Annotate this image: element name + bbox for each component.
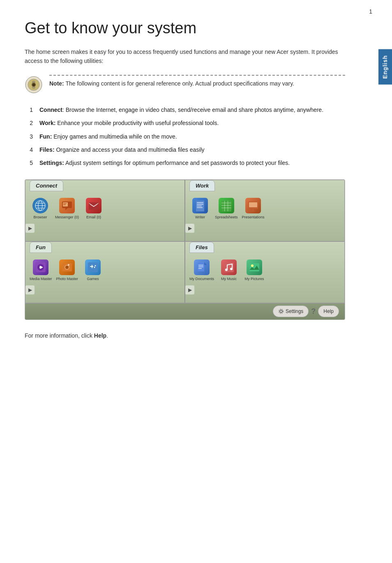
my-pictures-label: My Pictures — [245, 276, 264, 282]
my-music-icon-item[interactable]: My Music — [218, 259, 240, 282]
fun-arrow[interactable]: ▶ — [25, 285, 184, 303]
svg-marker-43 — [204, 262, 207, 265]
settings-button[interactable]: Settings — [273, 306, 309, 317]
note-bold: Note: — [49, 80, 64, 87]
list-item: 5 Settings: Adjust system settings for o… — [25, 158, 345, 167]
note-text: Note: The following content is for gener… — [49, 75, 345, 88]
list-number: 3 — [25, 132, 33, 141]
svg-rect-46 — [198, 268, 202, 269]
svg-rect-21 — [221, 205, 231, 206]
settings-gear-icon — [278, 308, 284, 314]
svg-point-52 — [280, 310, 282, 313]
svg-rect-37 — [88, 262, 98, 272]
svg-rect-11 — [63, 203, 67, 204]
list-content: Settings: Adjust system settings for opt… — [39, 158, 290, 167]
list-number: 4 — [25, 145, 33, 154]
homescreen-mockup: Connect Browser Messenger (0) — [25, 179, 345, 320]
page-number: 1 — [369, 7, 372, 16]
connect-tab[interactable]: Connect — [30, 180, 63, 192]
work-tab[interactable]: Work — [189, 180, 215, 192]
help-link[interactable]: Help — [94, 332, 106, 339]
list-item: 2 Work: Enhance your mobile productivity… — [25, 118, 345, 127]
svg-rect-26 — [249, 202, 257, 207]
list-content: Work: Enhance your mobile productivity w… — [39, 118, 219, 127]
svg-point-53 — [279, 309, 283, 314]
spreadsheets-label: Spreadsheets — [215, 215, 238, 220]
connect-arrow[interactable]: ▶ — [25, 224, 184, 241]
svg-rect-44 — [198, 265, 203, 266]
list-item: 4 Files: Organize and access your data a… — [25, 145, 345, 154]
svg-rect-45 — [198, 266, 203, 267]
media-master-icon-item[interactable]: Media Master — [30, 259, 52, 282]
help-button[interactable]: Help — [318, 306, 339, 317]
games-icon-item[interactable]: Games — [82, 259, 104, 282]
files-panel: Files My Documents My Music — [185, 241, 345, 303]
list-content: Fun: Enjoy games and multimedia while on… — [39, 132, 177, 141]
writer-icon — [192, 198, 208, 213]
svg-rect-15 — [197, 202, 203, 203]
my-music-label: My Music — [221, 276, 237, 282]
messenger-label: Messenger (0) — [55, 215, 79, 220]
svg-point-49 — [230, 268, 233, 270]
note-box: ✦ Note: The following content is for gen… — [25, 75, 345, 94]
list-content: Files: Organize and access your data and… — [39, 145, 205, 154]
homescreen-footer: Settings ? Help — [25, 303, 345, 320]
presentations-icon — [245, 198, 261, 213]
email-icon — [86, 198, 101, 213]
my-music-icon — [221, 259, 237, 275]
intro-text: The home screen makes it easy for you to… — [25, 47, 345, 66]
messenger-icon-item[interactable]: Messenger (0) — [55, 198, 79, 220]
spreadsheets-icon — [219, 198, 234, 213]
games-icon — [85, 259, 101, 275]
media-master-icon — [33, 259, 48, 275]
browser-label: Browser — [33, 215, 47, 220]
svg-point-40 — [95, 265, 96, 266]
work-arrow[interactable]: ▶ — [185, 224, 344, 241]
svg-rect-20 — [221, 203, 231, 203]
fun-tab[interactable]: Fun — [30, 242, 52, 253]
email-label: Email (0) — [86, 215, 101, 220]
svg-point-51 — [251, 264, 254, 267]
language-tab: English — [378, 49, 392, 85]
list-content: Connect: Browse the Internet, engage in … — [39, 105, 323, 114]
svg-text:✦: ✦ — [32, 82, 36, 88]
writer-label: Writer — [195, 215, 205, 220]
list-item: 3 Fun: Enjoy games and multimedia while … — [25, 132, 345, 141]
presentations-icon-item[interactable]: Presentations — [242, 198, 265, 220]
note-icon: ✦ — [25, 76, 43, 94]
photo-master-icon — [59, 259, 75, 275]
list-number: 5 — [25, 158, 33, 167]
photo-master-label: Photo Master — [56, 276, 78, 282]
browser-icon-item[interactable]: Browser — [30, 198, 51, 220]
my-documents-icon-item[interactable]: My Documents — [189, 259, 214, 282]
email-icon-item[interactable]: Email (0) — [83, 198, 104, 220]
files-tab[interactable]: Files — [189, 242, 214, 253]
photo-master-icon-item[interactable]: Photo Master — [56, 259, 78, 282]
connect-panel: Connect Browser Messenger (0) — [25, 180, 185, 241]
svg-rect-18 — [197, 207, 203, 208]
feature-list: 1 Connect: Browse the Internet, engage i… — [25, 105, 345, 168]
svg-rect-19 — [221, 201, 231, 211]
work-panel: Work Writer Spreadsheets — [185, 180, 345, 241]
svg-rect-13 — [89, 202, 99, 210]
fun-panel: Fun Media Master Photo Master — [25, 241, 185, 303]
page-title: Get to know your system — [25, 16, 345, 40]
svg-rect-50 — [249, 263, 259, 271]
svg-point-41 — [94, 267, 95, 268]
my-pictures-icon-item[interactable]: My Pictures — [244, 259, 265, 282]
settings-help-separator: ? — [311, 306, 316, 317]
svg-rect-17 — [197, 206, 202, 206]
svg-point-35 — [65, 266, 69, 269]
files-arrow[interactable]: ▶ — [185, 285, 344, 303]
games-label: Games — [87, 276, 99, 282]
writer-icon-item[interactable]: Writer — [189, 198, 211, 220]
svg-rect-22 — [221, 208, 231, 208]
my-documents-label: My Documents — [189, 276, 214, 282]
spreadsheets-icon-item[interactable]: Spreadsheets — [215, 198, 238, 220]
media-master-label: Media Master — [30, 276, 52, 282]
list-item: 1 Connect: Browse the Internet, engage i… — [25, 105, 345, 114]
presentations-label: Presentations — [242, 215, 265, 220]
svg-point-48 — [225, 269, 228, 271]
my-documents-icon — [194, 259, 210, 275]
svg-rect-12 — [63, 204, 66, 205]
